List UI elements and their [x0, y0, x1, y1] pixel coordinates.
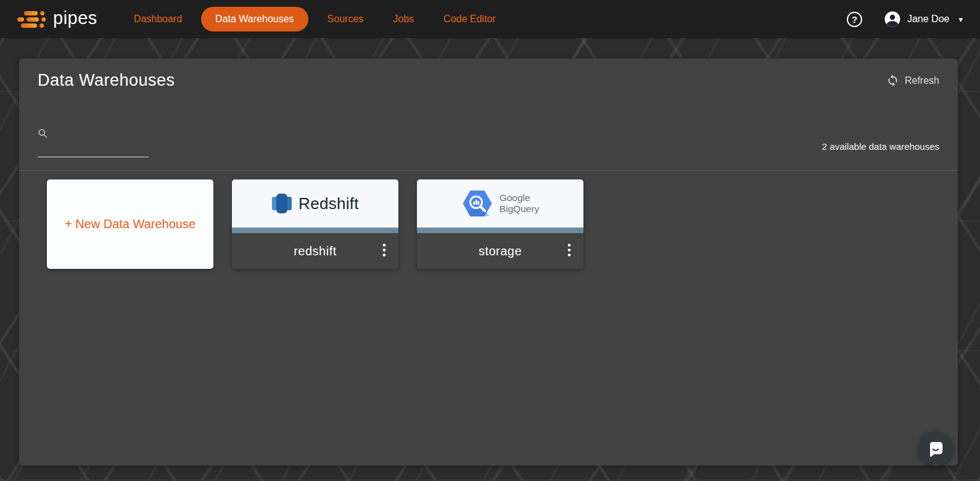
warehouse-name: storage — [479, 244, 522, 258]
google-bigquery-logo-icon — [461, 187, 493, 220]
search-icon — [38, 128, 149, 139]
page-title: Data Warehouses — [38, 71, 175, 90]
warehouse-options-kebab-icon[interactable] — [564, 240, 575, 263]
warehouse-card-bigquery[interactable]: Google BigQuery storage — [417, 179, 583, 269]
warehouse-card-logo-area: Google BigQuery — [417, 179, 583, 228]
data-warehouses-panel: Data Warehouses Refresh 2 available data… — [19, 59, 958, 466]
chat-bubble-icon — [926, 440, 945, 458]
pipes-logo-icon — [17, 11, 46, 28]
redshift-logo-text: Redshift — [299, 194, 359, 213]
redshift-logo-icon — [271, 192, 292, 215]
nav-item-sources[interactable]: Sources — [317, 7, 374, 31]
chat-widget-button[interactable] — [918, 432, 953, 466]
card-accent-bar — [417, 228, 583, 233]
bigquery-logo-text: Google BigQuery — [500, 192, 540, 215]
nav-item-code-editor[interactable]: Code Editor — [433, 7, 506, 31]
refresh-button[interactable]: Refresh — [886, 74, 939, 87]
warehouse-options-kebab-icon[interactable] — [379, 240, 390, 263]
avatar-icon — [883, 10, 902, 28]
divider — [19, 170, 958, 171]
refresh-label: Refresh — [905, 75, 939, 86]
top-navbar: pipes Dashboard Data Warehouses Sources … — [0, 0, 980, 38]
help-icon[interactable]: ? — [847, 12, 862, 27]
nav-item-data-warehouses[interactable]: Data Warehouses — [201, 7, 308, 31]
warehouse-count-label: 2 available data warehouses — [822, 141, 939, 157]
chevron-down-icon: ▾ — [958, 15, 963, 24]
user-menu[interactable]: Jane Doe ▾ — [883, 10, 963, 28]
nav-right-group: ? Jane Doe ▾ — [847, 10, 963, 28]
warehouse-card-footer: redshift — [232, 233, 398, 269]
user-name: Jane Doe — [907, 14, 950, 25]
brand-logo[interactable]: pipes — [17, 9, 97, 30]
nav-item-jobs[interactable]: Jobs — [382, 7, 424, 31]
warehouse-card-footer: storage — [417, 233, 583, 269]
nav-item-dashboard[interactable]: Dashboard — [123, 7, 192, 31]
warehouse-card-redshift[interactable]: Redshift redshift — [232, 179, 398, 269]
new-data-warehouse-button[interactable]: + New Data Warehouse — [47, 179, 213, 269]
search-field — [38, 128, 149, 157]
brand-name: pipes — [53, 9, 97, 30]
card-accent-bar — [232, 228, 398, 233]
warehouse-name: redshift — [294, 244, 337, 258]
warehouse-cards-grid: + New Data Warehouse Redshift redshift — [38, 179, 939, 269]
nav-links: Dashboard Data Warehouses Sources Jobs C… — [123, 7, 506, 31]
warehouse-card-logo-area: Redshift — [232, 179, 398, 228]
refresh-icon — [886, 74, 899, 87]
search-input[interactable] — [38, 142, 149, 157]
